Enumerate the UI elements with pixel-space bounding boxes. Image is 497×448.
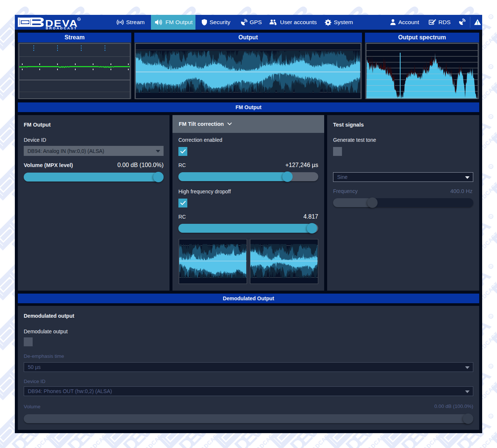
svg-text:BROADCAST: BROADCAST [46, 26, 77, 30]
svg-text:R: R [78, 18, 80, 20]
